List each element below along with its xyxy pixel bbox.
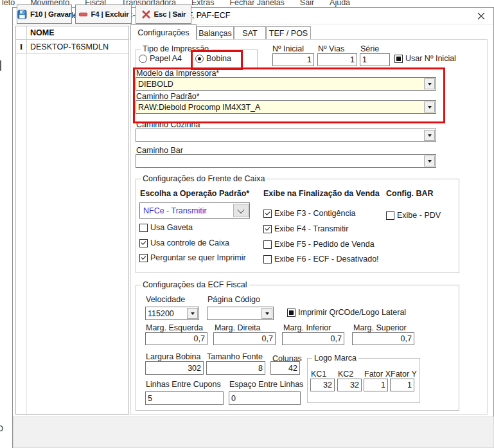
- combo-value: [136, 155, 423, 167]
- excluir-button[interactable]: F4 | Excluir: [75, 4, 132, 24]
- checkbox-box: [139, 254, 148, 262]
- checkbox-box: [263, 255, 272, 264]
- tamanho-fonte-field[interactable]: [206, 361, 265, 375]
- fator-x-field[interactable]: [364, 379, 388, 391]
- menu-item-fechar-janelas[interactable]: Fechar Janelas: [229, 0, 284, 7]
- close-button[interactable]: [472, 8, 490, 23]
- checkbox-perguntar-imprimir[interactable]: Perguntar se quer Imprimir: [139, 253, 246, 262]
- checkbox-exibe-f5[interactable]: Exibe F5 - Pedido de Venda: [263, 240, 375, 249]
- modelo-impressora-label: Modelo da Impressora*: [136, 69, 219, 78]
- colunas-field[interactable]: [270, 361, 300, 375]
- checkbox-label: Exibe F5 - Pedido de Venda: [274, 240, 375, 249]
- marg-superior-field[interactable]: [352, 332, 414, 345]
- dropdown-button[interactable]: [424, 102, 435, 112]
- gravar-button[interactable]: F10 | Gravar: [17, 4, 72, 24]
- checkbox-imprimir-qrcode[interactable]: Imprimir QrCOde/Logo Lateral: [287, 308, 406, 317]
- modelo-impressora-combo[interactable]: DIEBOLD: [136, 77, 436, 91]
- serie-field[interactable]: [360, 53, 390, 66]
- fator-y-field[interactable]: [390, 379, 414, 391]
- checkbox-exibe-f3[interactable]: Exibe F3 - Contigência: [263, 209, 355, 218]
- close-icon: [477, 12, 485, 20]
- caminho-cozinha-combo[interactable]: [136, 129, 436, 142]
- checkbox-label: Perguntar se quer Imprimir: [150, 253, 246, 262]
- checkbox-usa-controle-caixa[interactable]: Usa controle de Caixa: [139, 238, 229, 247]
- kc2-field[interactable]: [337, 379, 362, 391]
- tab-tef-pos[interactable]: TEF / POS: [266, 26, 311, 40]
- marg-esquerda-field[interactable]: [145, 332, 207, 345]
- dropdown-arrow-icon: [428, 160, 432, 163]
- operacao-padrao-label: Escolha a Operação Padrão*: [140, 189, 249, 198]
- checkbox-exibe-pdv[interactable]: Exibe - PDV: [386, 211, 441, 220]
- combo-value: [136, 129, 423, 141]
- table-row[interactable]: I DESKTOP-T6SMDLN: [16, 40, 128, 54]
- combo-value: [207, 307, 261, 319]
- kc1-field[interactable]: [310, 379, 335, 391]
- radio-bobina[interactable]: Bobina: [195, 54, 231, 63]
- operacao-padrao-combo[interactable]: NFCe - Transmitir: [139, 202, 250, 219]
- button-label: F10 | Gravar: [30, 10, 71, 18]
- menu-item-ajuda[interactable]: Ajuda: [330, 0, 350, 7]
- checkbox-usa-gaveta[interactable]: Usa Gaveta: [139, 223, 193, 232]
- checkbox-usar-no-inicial[interactable]: Usar Nº Inicial: [394, 54, 456, 63]
- radio-label: Bobina: [206, 54, 231, 63]
- radio-papel-a4[interactable]: Papel A4: [139, 54, 182, 63]
- checkbox-box: [263, 240, 272, 249]
- checkbox-box: [386, 211, 394, 220]
- checkbox-label: Exibe F3 - Contigência: [274, 209, 355, 218]
- no-vias-label: Nº Vias: [318, 44, 344, 53]
- groupbox-legend: Tipo de Impressão: [141, 44, 211, 53]
- button-label: Esc | Sair: [154, 10, 186, 18]
- espaco-entre-linhas-field[interactable]: [229, 391, 301, 405]
- checkbox-box: [394, 55, 403, 63]
- checkbox-label: Exibe F6 - ECF - Desativado!: [274, 255, 379, 264]
- velocidade-combo[interactable]: 115200: [145, 307, 199, 320]
- dropdown-arrow-icon: [191, 312, 195, 315]
- pagina-codigo-combo[interactable]: [207, 307, 274, 320]
- checkbox-label: Usar Nº Inicial: [405, 54, 456, 63]
- groupbox-legend: Configurações da ECF Fiscal: [141, 280, 249, 289]
- background-window-edge: [0, 60, 1, 71]
- espaco-entre-linhas-label: Espaço Entre Linhas: [229, 380, 303, 389]
- dropdown-button[interactable]: [261, 308, 272, 319]
- largura-bobina-field[interactable]: [145, 361, 204, 375]
- checkbox-exibe-f6[interactable]: Exibe F6 - ECF - Desativado!: [263, 255, 379, 264]
- no-inicial-field[interactable]: [272, 53, 314, 66]
- caminho-bar-combo[interactable]: [136, 154, 436, 168]
- tamanho-fonte-label: Tamanho Fonte: [207, 352, 263, 361]
- linhas-entre-cupons-field[interactable]: [145, 391, 224, 405]
- chevron-down-icon: [237, 206, 244, 213]
- checkbox-label: Exibe - PDV: [397, 211, 441, 220]
- checkbox-box: [287, 309, 296, 317]
- dropdown-button[interactable]: [187, 308, 198, 319]
- dropdown-button[interactable]: [424, 78, 435, 89]
- velocidade-label: Velocidade: [146, 295, 185, 304]
- checkbox-label: Usa controle de Caixa: [150, 238, 229, 247]
- dropdown-button[interactable]: [233, 204, 249, 217]
- dropdown-button[interactable]: [424, 130, 435, 141]
- fator-x-label: Fator X: [364, 370, 391, 379]
- tab-balancas[interactable]: Balanças: [197, 26, 234, 40]
- menu-item-extras[interactable]: Extras: [191, 0, 214, 7]
- dropdown-button[interactable]: [424, 156, 435, 166]
- tab-configuracoes[interactable]: Configurações: [130, 24, 197, 40]
- dropdown-arrow-icon: [428, 83, 432, 85]
- exit-x-icon: [141, 10, 151, 19]
- menu-item[interactable]: leto: [2, 0, 15, 7]
- combo-value: NFCe - Transmitir: [140, 203, 233, 218]
- caminho-padrao-combo[interactable]: RAW:Diebold Procomp IM4X3T_A: [136, 100, 436, 114]
- checkbox-box: [139, 224, 148, 232]
- marg-inferior-field[interactable]: [282, 332, 344, 345]
- caminho-cozinha-label: Caminho Cozinha: [136, 120, 200, 129]
- no-inicial-label: Nº Inicial: [272, 44, 304, 53]
- no-vias-field[interactable]: [317, 53, 357, 66]
- marg-superior-label: Marg. Superior: [353, 323, 407, 332]
- checkbox-exibe-f4[interactable]: Exibe F4 - Transmitir: [263, 224, 348, 233]
- menu-item-sair[interactable]: Sair: [300, 0, 314, 7]
- marg-inferior-label: Marg. Inferior: [283, 323, 331, 332]
- marg-direita-field[interactable]: [213, 332, 276, 345]
- tab-sat[interactable]: SAT: [234, 26, 266, 40]
- combo-value: 115200: [146, 307, 186, 319]
- sair-button[interactable]: Esc | Sair: [136, 4, 191, 24]
- radio-label: Papel A4: [150, 54, 182, 63]
- checkbox-box: [139, 239, 148, 247]
